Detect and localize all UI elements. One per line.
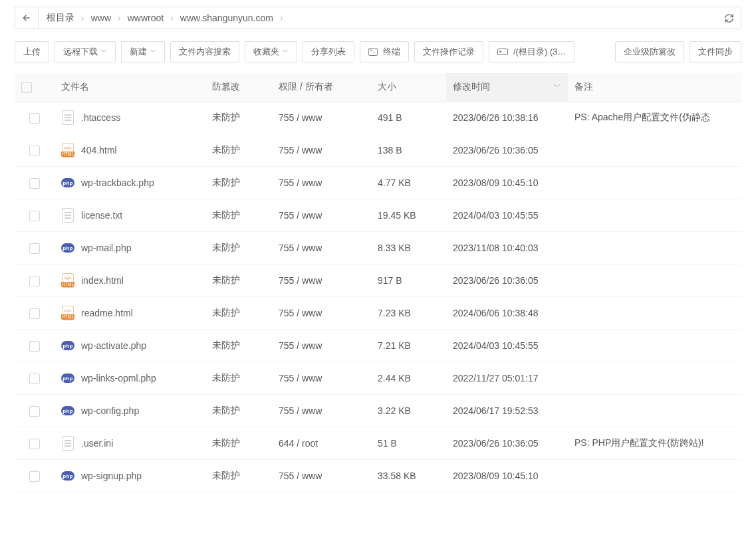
size-cell: 2.44 KB (371, 362, 446, 395)
size-cell: 491 B (371, 102, 446, 134)
perm-cell: 755 / www (272, 232, 371, 265)
row-checkbox[interactable] (29, 211, 40, 221)
size-cell: 138 B (371, 134, 446, 167)
content-search-button[interactable]: 文件内容搜索 (170, 41, 239, 62)
refresh-button[interactable] (717, 7, 741, 29)
file-name[interactable]: .user.ini (81, 438, 113, 449)
table-row[interactable]: phpwp-links-opml.php未防护755 / www2.44 KB2… (15, 362, 741, 395)
size-cell: 917 B (371, 265, 446, 297)
php-file-icon: php (61, 469, 74, 483)
row-checkbox[interactable] (29, 406, 40, 417)
share-list-button[interactable]: 分享列表 (303, 41, 354, 62)
breadcrumb-segment[interactable]: www.shangunyun.com (175, 13, 279, 23)
size-cell: 33.58 KB (371, 460, 446, 492)
table-row[interactable]: readme.html未防护755 / www7.23 KB2024/06/06… (15, 297, 741, 330)
table-row[interactable]: index.html未防护755 / www917 B2023/06/26 10… (15, 265, 741, 297)
size-cell: 3.22 KB (371, 395, 446, 427)
protect-cell: 未防护 (205, 199, 272, 232)
row-checkbox[interactable] (29, 243, 40, 254)
upload-button[interactable]: 上传 (15, 41, 49, 62)
table-row[interactable]: phpwp-mail.php未防护755 / www8.33 KB2023/11… (15, 232, 741, 265)
file-name[interactable]: license.txt (81, 210, 122, 221)
modified-cell: 2023/06/26 10:36:05 (446, 427, 568, 460)
col-header-protect[interactable]: 防篡改 (205, 73, 272, 102)
table-row[interactable]: .htaccess未防护755 / www491 B2023/06/26 10:… (15, 102, 741, 134)
col-header-perm[interactable]: 权限 / 所有者 (272, 73, 371, 102)
col-header-checkbox[interactable] (15, 73, 55, 102)
table-row[interactable]: phpwp-activate.php未防护755 / www7.21 KB202… (15, 330, 741, 362)
file-name[interactable]: wp-links-opml.php (81, 373, 156, 383)
breadcrumb-segment[interactable]: www (86, 13, 116, 23)
protect-cell: 未防护 (205, 232, 272, 265)
note-cell (568, 134, 741, 167)
row-checkbox[interactable] (29, 113, 40, 124)
size-cell: 4.77 KB (371, 167, 446, 199)
select-all-checkbox[interactable] (21, 82, 32, 93)
row-checkbox[interactable] (29, 178, 40, 189)
modified-cell: 2023/08/09 10:45:10 (446, 167, 568, 199)
table-row[interactable]: phpwp-signup.php未防护755 / www33.58 KB2023… (15, 460, 741, 492)
back-button[interactable] (15, 7, 39, 29)
file-name[interactable]: .htaccess (81, 112, 120, 123)
table-row[interactable]: 404.html未防护755 / www138 B2023/06/26 10:3… (15, 134, 741, 167)
chevron-down-icon: ﹀ (100, 47, 107, 56)
note-cell (568, 167, 741, 199)
text-file-icon (61, 437, 74, 450)
perm-cell: 755 / www (272, 297, 371, 330)
protect-cell: 未防护 (205, 167, 272, 199)
text-file-icon (61, 111, 74, 124)
table-row[interactable]: phpwp-config.php未防护755 / www3.22 KB2024/… (15, 395, 741, 427)
terminal-button[interactable]: 终端 (360, 41, 409, 62)
html-file-icon (61, 144, 74, 157)
file-name[interactable]: wp-signup.php (81, 471, 142, 481)
col-header-size[interactable]: 大小 (371, 73, 446, 102)
note-cell (568, 199, 741, 232)
protect-cell: 未防护 (205, 460, 272, 492)
file-sync-button[interactable]: 文件同步 (690, 41, 741, 62)
row-checkbox[interactable] (29, 439, 40, 449)
row-checkbox[interactable] (29, 374, 40, 384)
col-header-name[interactable]: 文件名 (55, 73, 205, 102)
php-file-icon: php (61, 404, 74, 417)
perm-cell: 755 / www (272, 460, 371, 492)
file-name[interactable]: wp-trackback.php (81, 177, 154, 188)
file-name[interactable]: readme.html (81, 308, 133, 318)
col-header-note[interactable]: 备注 (568, 73, 741, 102)
file-name[interactable]: wp-activate.php (81, 340, 146, 351)
file-name[interactable]: wp-config.php (81, 405, 139, 416)
note-cell (568, 460, 741, 492)
breadcrumb-segment[interactable]: 根目录 (41, 12, 80, 24)
table-row[interactable]: phpwp-trackback.php未防护755 / www4.77 KB20… (15, 167, 741, 199)
chevron-right-icon: › (80, 13, 86, 23)
note-cell: PS: Apache用户配置文件(伪静态 (568, 102, 741, 134)
row-checkbox[interactable] (29, 341, 40, 352)
col-header-modified[interactable]: 修改时间﹀ (446, 73, 568, 102)
favorites-button[interactable]: 收藏夹﹀ (245, 41, 297, 62)
perm-cell: 755 / www (272, 134, 371, 167)
file-name[interactable]: 404.html (81, 145, 117, 156)
size-cell: 8.33 KB (371, 232, 446, 265)
row-checkbox[interactable] (29, 276, 40, 286)
row-checkbox[interactable] (29, 471, 40, 482)
remote-download-button[interactable]: 远程下载﹀ (55, 41, 116, 62)
tamper-protect-button[interactable]: 企业级防篡改 (615, 41, 684, 62)
file-name[interactable]: index.html (81, 275, 124, 286)
table-row[interactable]: license.txt未防护755 / www19.45 KB2024/04/0… (15, 199, 741, 232)
php-file-icon: php (61, 241, 74, 255)
new-button[interactable]: 新建﹀ (121, 41, 165, 62)
modified-cell: 2024/04/03 10:45:55 (446, 199, 568, 232)
html-file-icon (61, 274, 74, 287)
note-cell (568, 330, 741, 362)
modified-cell: 2023/06/26 10:36:05 (446, 265, 568, 297)
php-file-icon: php (61, 339, 74, 352)
chevron-down-icon: ﹀ (282, 47, 289, 56)
file-name[interactable]: wp-mail.php (81, 243, 131, 253)
breadcrumb-segment[interactable]: wwwroot (122, 13, 169, 23)
table-row[interactable]: .user.ini未防护644 / root51 B2023/06/26 10:… (15, 427, 741, 460)
row-checkbox[interactable] (29, 146, 40, 156)
note-cell: PS: PHP用户配置文件(防跨站)! (568, 427, 741, 460)
disk-root-button[interactable]: /(根目录) (3… (489, 41, 574, 62)
operation-log-button[interactable]: 文件操作记录 (414, 41, 483, 62)
perm-cell: 644 / root (272, 427, 371, 460)
row-checkbox[interactable] (29, 308, 40, 319)
